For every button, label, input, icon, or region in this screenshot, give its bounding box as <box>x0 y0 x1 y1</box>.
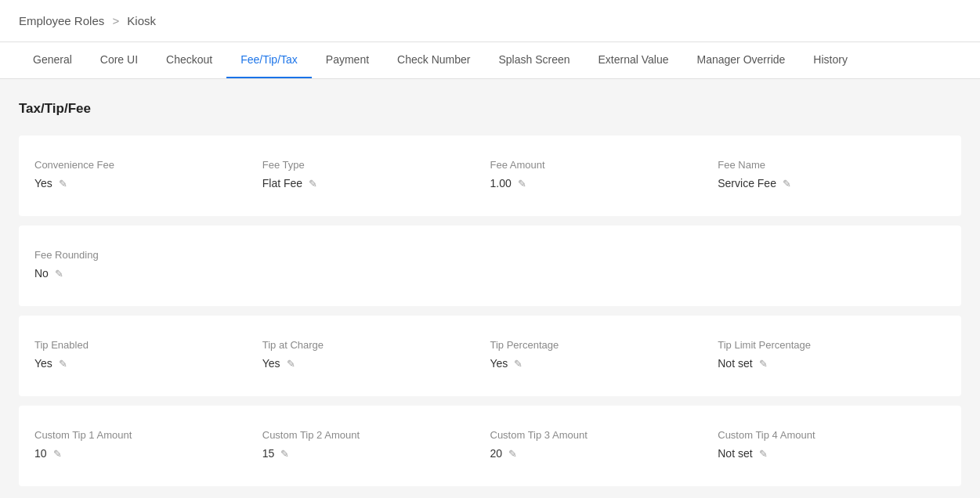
field-empty-3 <box>718 241 946 287</box>
edit-custom-tip-1-icon[interactable]: ✎ <box>53 448 62 460</box>
value-fee-rounding: No ✎ <box>34 267 250 280</box>
edit-fee-rounding-icon[interactable]: ✎ <box>55 268 63 280</box>
value-fee-type: Flat Fee ✎ <box>262 177 478 189</box>
label-custom-tip-4: Custom Tip 4 Amount <box>718 429 933 441</box>
label-convenience-fee: Convenience Fee <box>34 159 250 171</box>
header: Employee Roles > Kiosk <box>0 0 980 42</box>
convenience-fee-block: Convenience Fee Yes ✎ Fee Type Flat Fee … <box>19 135 961 216</box>
label-fee-name: Fee Name <box>718 159 933 171</box>
edit-custom-tip-4-icon[interactable]: ✎ <box>759 448 768 460</box>
label-tip-enabled: Tip Enabled <box>34 339 250 351</box>
tip-block: Tip Enabled Yes ✎ Tip at Charge Yes ✎ Ti… <box>19 316 961 396</box>
field-convenience-fee: Convenience Fee Yes ✎ <box>34 151 262 197</box>
tab-payment[interactable]: Payment <box>312 42 383 78</box>
breadcrumb: Employee Roles > Kiosk <box>19 14 961 27</box>
main-content: Tax/Tip/Fee Convenience Fee Yes ✎ Fee Ty… <box>0 79 980 498</box>
field-tip-percentage: Tip Percentage Yes ✎ <box>490 331 718 377</box>
edit-tip-enabled-icon[interactable]: ✎ <box>59 358 67 370</box>
tab-check-number[interactable]: Check Number <box>383 42 484 78</box>
field-tip-limit: Tip Limit Percentage Not set ✎ <box>718 331 946 377</box>
custom-tip-block: Custom Tip 1 Amount 10 ✎ Custom Tip 2 Am… <box>19 406 961 486</box>
tab-manager-override[interactable]: Manager Override <box>683 42 800 78</box>
field-empty-2 <box>490 241 718 287</box>
value-custom-tip-2: 15 ✎ <box>262 447 478 460</box>
value-convenience-fee: Yes ✎ <box>34 177 250 189</box>
value-tip-percentage: Yes ✎ <box>490 357 706 370</box>
tip-row: Tip Enabled Yes ✎ Tip at Charge Yes ✎ Ti… <box>34 331 946 377</box>
field-custom-tip-2: Custom Tip 2 Amount 15 ✎ <box>262 421 490 467</box>
tab-external-value[interactable]: External Value <box>584 42 683 78</box>
tab-splash-screen[interactable]: Splash Screen <box>484 42 584 78</box>
edit-tip-limit-icon[interactable]: ✎ <box>759 358 768 370</box>
field-tip-enabled: Tip Enabled Yes ✎ <box>34 331 262 377</box>
value-custom-tip-1: 10 ✎ <box>34 447 250 460</box>
breadcrumb-separator: > <box>112 14 119 27</box>
tab-history[interactable]: History <box>799 42 862 78</box>
edit-tip-at-charge-icon[interactable]: ✎ <box>287 358 295 370</box>
value-custom-tip-4: Not set ✎ <box>718 447 933 460</box>
tab-core-ui[interactable]: Core UI <box>86 42 152 78</box>
label-fee-rounding: Fee Rounding <box>34 249 250 261</box>
label-tip-limit: Tip Limit Percentage <box>718 339 933 351</box>
label-custom-tip-1: Custom Tip 1 Amount <box>34 429 250 441</box>
breadcrumb-part1[interactable]: Employee Roles <box>19 14 104 27</box>
tab-general[interactable]: General <box>19 42 86 78</box>
value-tip-at-charge: Yes ✎ <box>262 357 478 370</box>
edit-convenience-fee-icon[interactable]: ✎ <box>59 178 67 189</box>
edit-custom-tip-3-icon[interactable]: ✎ <box>508 448 517 460</box>
field-fee-name: Fee Name Service Fee ✎ <box>718 151 946 197</box>
edit-fee-type-icon[interactable]: ✎ <box>309 178 317 189</box>
fee-rounding-block: Fee Rounding No ✎ <box>19 226 961 306</box>
field-fee-rounding: Fee Rounding No ✎ <box>34 241 262 287</box>
value-custom-tip-3: 20 ✎ <box>490 447 706 460</box>
field-custom-tip-4: Custom Tip 4 Amount Not set ✎ <box>718 421 946 467</box>
value-tip-enabled: Yes ✎ <box>34 357 250 370</box>
custom-tip-row: Custom Tip 1 Amount 10 ✎ Custom Tip 2 Am… <box>34 421 946 467</box>
field-custom-tip-1: Custom Tip 1 Amount 10 ✎ <box>34 421 262 467</box>
field-tip-at-charge: Tip at Charge Yes ✎ <box>262 331 490 377</box>
page-wrapper: Employee Roles > Kiosk General Core UI C… <box>0 0 980 498</box>
label-fee-amount: Fee Amount <box>490 159 706 171</box>
field-fee-amount: Fee Amount 1.00 ✎ <box>490 151 718 197</box>
field-custom-tip-3: Custom Tip 3 Amount 20 ✎ <box>490 421 718 467</box>
edit-fee-name-icon[interactable]: ✎ <box>783 178 791 189</box>
fee-rounding-row: Fee Rounding No ✎ <box>34 241 946 287</box>
edit-custom-tip-2-icon[interactable]: ✎ <box>280 448 289 460</box>
edit-fee-amount-icon[interactable]: ✎ <box>518 178 526 189</box>
tab-fee-tip-tax[interactable]: Fee/Tip/Tax <box>226 42 312 78</box>
section-title: Tax/Tip/Fee <box>19 101 961 117</box>
breadcrumb-part2: Kiosk <box>127 14 156 27</box>
label-custom-tip-3: Custom Tip 3 Amount <box>490 429 706 441</box>
label-fee-type: Fee Type <box>262 159 478 171</box>
convenience-fee-row: Convenience Fee Yes ✎ Fee Type Flat Fee … <box>34 151 946 197</box>
field-fee-type: Fee Type Flat Fee ✎ <box>262 151 490 197</box>
label-custom-tip-2: Custom Tip 2 Amount <box>262 429 478 441</box>
label-tip-percentage: Tip Percentage <box>490 339 706 351</box>
tab-checkout[interactable]: Checkout <box>152 42 226 78</box>
tabs-bar: General Core UI Checkout Fee/Tip/Tax Pay… <box>0 42 980 79</box>
value-fee-name: Service Fee ✎ <box>718 177 933 189</box>
value-fee-amount: 1.00 ✎ <box>490 177 706 189</box>
value-tip-limit: Not set ✎ <box>718 357 933 370</box>
field-empty-1 <box>262 241 490 287</box>
edit-tip-percentage-icon[interactable]: ✎ <box>514 358 523 370</box>
label-tip-at-charge: Tip at Charge <box>262 339 478 351</box>
